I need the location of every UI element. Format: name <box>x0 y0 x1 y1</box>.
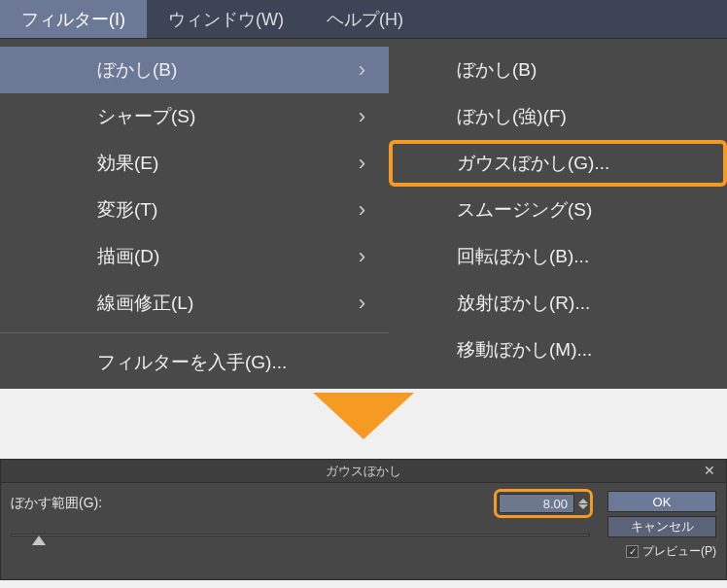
menu-item-label: 描画(D) <box>97 244 359 269</box>
preview-row: ✓ プレビュー(P) <box>607 543 716 560</box>
menu-item-transform[interactable]: 変形(T) › <box>0 187 389 233</box>
param-label: ぼかす範囲(G): <box>11 495 497 512</box>
arrow-down-icon <box>313 393 414 439</box>
chevron-right-icon: › <box>359 197 365 223</box>
flow-arrow-wrap <box>0 389 727 459</box>
menu-item-label: シャープ(S) <box>97 104 359 129</box>
dialog-right: OK キャンセル ✓ プレビュー(P) <box>607 491 716 560</box>
slider-thumb-icon[interactable] <box>32 536 46 545</box>
dialog-title: ガウスぼかし <box>326 463 401 480</box>
menu-item-label: 効果(E) <box>97 151 359 176</box>
chevron-right-icon: › <box>359 151 365 176</box>
chevron-right-icon: › <box>359 291 365 316</box>
dialog-body: ぼかす範囲(G): OK キャンセル ✓ プレビュー(P) <box>1 483 726 579</box>
preview-checkbox[interactable]: ✓ <box>626 545 639 558</box>
menu-item-sharp[interactable]: シャープ(S) › <box>0 93 389 140</box>
chevron-right-icon: › <box>359 104 365 129</box>
menu-item-draw[interactable]: 描画(D) › <box>0 233 389 280</box>
slider-track <box>11 534 590 536</box>
submenu-item-gaussian[interactable]: ガウスぼかし(G)... <box>389 140 727 187</box>
chevron-right-icon: › <box>359 244 365 269</box>
preview-label: プレビュー(P) <box>642 543 716 560</box>
param-row: ぼかす範囲(G): <box>11 491 590 516</box>
submenu-item-blur-strong[interactable]: ぼかし(強)(F) <box>389 93 727 140</box>
menu-item-label: ぼかし(B) <box>97 57 359 83</box>
menu-item-getfilters[interactable]: フィルターを入手(G)... <box>0 339 389 386</box>
submenu-item-rotational[interactable]: 回転ぼかし(B)... <box>389 233 727 280</box>
menu-item-label: 線画修正(L) <box>97 291 359 316</box>
gaussian-blur-dialog: ガウスぼかし ✕ ぼかす範囲(G): OK キャンセル <box>0 459 727 580</box>
dropdown-menus: ぼかし(B) › シャープ(S) › 効果(E) › 変形(T) › 描画(D)… <box>0 39 727 389</box>
blur-radius-slider[interactable] <box>11 526 590 547</box>
submenu-item-blur[interactable]: ぼかし(B) <box>389 47 727 93</box>
menubar-item-help[interactable]: ヘルプ(H) <box>305 0 425 38</box>
spinner <box>578 499 588 509</box>
blur-submenu: ぼかし(B) ぼかし(強)(F) ガウスぼかし(G)... スムージング(S) … <box>389 39 727 389</box>
close-icon[interactable]: ✕ <box>701 462 718 479</box>
filter-menu: ぼかし(B) › シャープ(S) › 効果(E) › 変形(T) › 描画(D)… <box>0 39 389 389</box>
menubar-item-window[interactable]: ウィンドウ(W) <box>147 0 305 38</box>
submenu-item-motion[interactable]: 移動ぼかし(M)... <box>389 327 727 373</box>
submenu-item-radial[interactable]: 放射ぼかし(R)... <box>389 280 727 327</box>
param-input-highlight <box>497 492 590 515</box>
ok-button[interactable]: OK <box>607 491 716 512</box>
submenu-item-smoothing[interactable]: スムージング(S) <box>389 187 727 233</box>
menubar-item-filter[interactable]: フィルター(I) <box>0 0 147 38</box>
menu-item-lineart[interactable]: 線画修正(L) › <box>0 280 389 327</box>
dialog-titlebar: ガウスぼかし ✕ <box>1 460 726 483</box>
blur-radius-input[interactable] <box>499 494 574 513</box>
spinner-up-icon[interactable] <box>578 499 588 503</box>
menu-item-label: フィルターを入手(G)... <box>97 350 365 375</box>
menu-divider <box>0 332 389 333</box>
chevron-right-icon: › <box>359 57 365 83</box>
menu-item-blur[interactable]: ぼかし(B) › <box>0 47 389 93</box>
menubar: フィルター(I) ウィンドウ(W) ヘルプ(H) <box>0 0 727 39</box>
dialog-left: ぼかす範囲(G): <box>11 491 590 547</box>
cancel-button[interactable]: キャンセル <box>607 516 716 537</box>
menu-item-effect[interactable]: 効果(E) › <box>0 140 389 187</box>
menu-item-label: 変形(T) <box>97 197 359 223</box>
spinner-down-icon[interactable] <box>578 504 588 509</box>
